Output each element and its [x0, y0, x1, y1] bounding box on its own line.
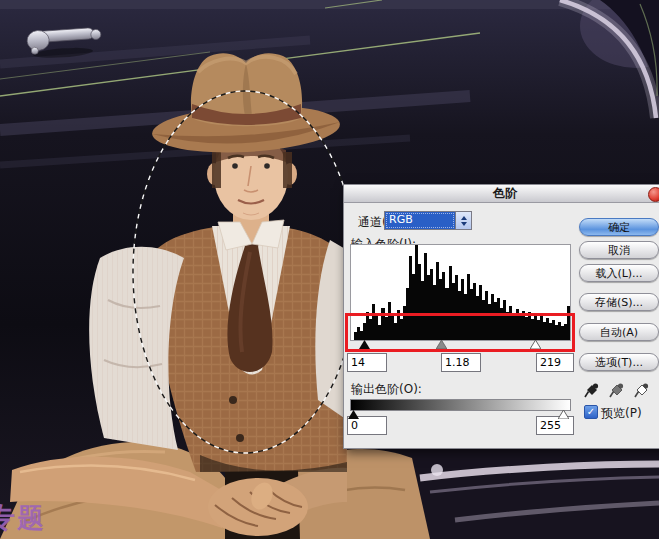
ok-button[interactable]: 确定 — [579, 218, 659, 236]
output-shadow-slider[interactable] — [348, 410, 359, 419]
input-gamma-field[interactable] — [441, 353, 481, 372]
gray-eyedropper-icon[interactable] — [609, 382, 625, 399]
auto-button[interactable]: 自动(A) — [579, 323, 659, 341]
cancel-button[interactable]: 取消 — [579, 241, 659, 259]
levels-dialog: 色阶 通道(C): RGB 输入色阶(I): 输出色阶(O): 确定 取消 载入… — [343, 184, 659, 449]
input-highlight-field[interactable] — [536, 353, 574, 372]
dialog-titlebar[interactable]: 色阶 — [344, 185, 659, 203]
annotation-red-box — [345, 313, 575, 352]
load-button[interactable]: 载入(L)... — [579, 264, 659, 282]
dialog-title: 色阶 — [493, 186, 517, 200]
watermark: 专题 — [0, 502, 46, 533]
input-shadow-field[interactable] — [347, 353, 387, 372]
stepper-arrows-icon[interactable] — [455, 212, 471, 229]
white-eyedropper-icon[interactable] — [634, 382, 650, 399]
close-icon[interactable] — [648, 187, 659, 202]
save-button[interactable]: 存储(S)... — [579, 293, 659, 311]
output-gradient-bar — [350, 399, 571, 411]
options-button[interactable]: 选项(T)... — [579, 353, 659, 371]
black-eyedropper-icon[interactable] — [584, 382, 600, 399]
channel-select[interactable]: RGB — [384, 211, 472, 230]
channel-value: RGB — [385, 212, 455, 229]
output-highlight-slider[interactable] — [558, 410, 569, 419]
preview-label: 预览(P) — [601, 405, 642, 422]
output-levels-label: 输出色阶(O): — [351, 381, 422, 398]
preview-checkbox[interactable]: ✓ — [584, 405, 598, 419]
